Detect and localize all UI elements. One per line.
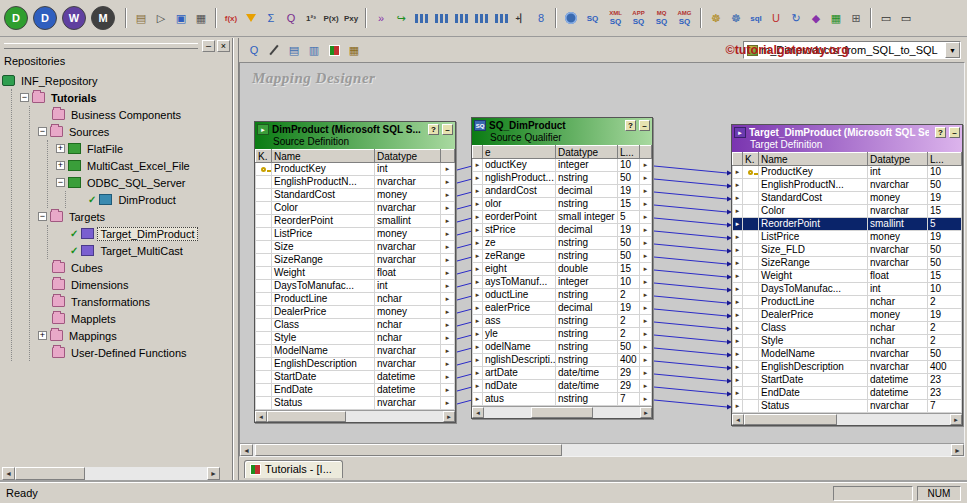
workflow-monitor-icon[interactable]: M xyxy=(91,6,115,30)
port-arrow-icon[interactable]: ► xyxy=(733,296,743,309)
expand-icon[interactable]: + xyxy=(56,161,65,170)
table-titlebar[interactable]: ►Target_DimProduct (Microsoft SQL Ser...… xyxy=(732,125,962,152)
port-row-color[interactable]: Colornvarchar► xyxy=(256,202,455,215)
datatype-cell[interactable]: money xyxy=(375,306,441,319)
key-cell[interactable] xyxy=(743,387,759,400)
repository-manager-icon[interactable]: D xyxy=(33,6,57,30)
port-arrow-icon[interactable]: ► xyxy=(640,367,652,380)
table-help-button[interactable]: ? xyxy=(935,127,946,138)
len-cell[interactable]: 7 xyxy=(928,400,962,413)
name-cell[interactable]: aysToManuf... xyxy=(483,276,556,289)
port-row-ealerprice[interactable]: ►ealerPricedecimal19► xyxy=(473,302,652,315)
scroll-right-icon[interactable]: ► xyxy=(640,407,652,418)
port-row-productkey[interactable]: ►ProductKeyint10 xyxy=(733,166,962,179)
name-cell[interactable]: olor xyxy=(483,198,556,211)
len-cell[interactable]: 2 xyxy=(618,328,640,341)
target-definition-table[interactable]: ►Target_DimProduct (Microsoft SQL Ser...… xyxy=(731,124,963,426)
port-arrow-icon[interactable]: ► xyxy=(441,332,455,345)
name-cell[interactable]: ProductLine xyxy=(272,293,375,306)
datatype-cell[interactable]: nstring xyxy=(556,341,618,354)
name-cell[interactable]: Color xyxy=(272,202,375,215)
key-cell[interactable] xyxy=(256,371,272,384)
name-cell[interactable]: ndDate xyxy=(483,380,556,393)
port-row-eight[interactable]: ►eightdouble15► xyxy=(473,263,652,276)
source-qualifier-table[interactable]: SQSQ_DimProduct?–Source QualifiereDataty… xyxy=(471,117,653,419)
port-arrow-icon[interactable]: ► xyxy=(640,185,652,198)
datatype-cell[interactable]: nstring xyxy=(556,198,618,211)
port-arrow-icon[interactable]: ► xyxy=(640,159,652,172)
port-row-status[interactable]: ►Statusnvarchar7 xyxy=(733,400,962,413)
len-cell[interactable]: 19 xyxy=(618,302,640,315)
scroll-thumb[interactable] xyxy=(267,411,346,422)
port-row-zerange[interactable]: ►zeRangenstring50► xyxy=(473,250,652,263)
key-cell[interactable] xyxy=(743,192,759,205)
port-arrow-icon[interactable]: ► xyxy=(441,306,455,319)
forward-link-icon[interactable]: » xyxy=(372,9,390,28)
column-header[interactable]: e xyxy=(483,146,556,159)
scroll-right-icon[interactable]: ► xyxy=(443,411,455,422)
port-arrow-icon[interactable]: ► xyxy=(441,319,455,332)
key-cell[interactable] xyxy=(256,189,272,202)
port-arrow-icon[interactable]: ► xyxy=(733,322,743,335)
name-cell[interactable]: SizeRange xyxy=(272,254,375,267)
port-arrow-icon[interactable]: ► xyxy=(473,211,483,224)
panel-close-button[interactable]: × xyxy=(217,40,230,52)
len-cell[interactable]: 2 xyxy=(618,315,640,328)
column-header[interactable]: L... xyxy=(618,146,640,159)
port-arrow-icon[interactable]: ► xyxy=(640,211,652,224)
datatype-cell[interactable]: decimal xyxy=(556,185,618,198)
table-titlebar[interactable]: ►DimProduct (Microsoft SQL S...?–Source … xyxy=(255,122,455,149)
iconize-tables-icon[interactable]: ▤ xyxy=(285,41,303,60)
union-transformation-icon[interactable]: U xyxy=(767,9,785,28)
port-arrow-icon[interactable]: ► xyxy=(473,393,483,406)
port-row-daystomanufac[interactable]: DaysToManufac...int► xyxy=(256,280,455,293)
port-arrow-icon[interactable]: ► xyxy=(733,244,743,257)
name-cell[interactable]: EnglishProductN... xyxy=(272,176,375,189)
port-arrow-icon[interactable]: ► xyxy=(441,241,455,254)
port-row-listprice[interactable]: ListPricemoney► xyxy=(256,228,455,241)
len-cell[interactable]: 50 xyxy=(618,250,640,263)
datatype-cell[interactable]: decimal xyxy=(556,302,618,315)
len-cell[interactable]: 50 xyxy=(928,257,962,270)
port-row-style[interactable]: ►Stylenchar2 xyxy=(733,335,962,348)
port-arrow-icon[interactable]: ► xyxy=(640,172,652,185)
datatype-cell[interactable]: nstring xyxy=(556,393,618,406)
port-row-class[interactable]: Classnchar► xyxy=(256,319,455,332)
aggregate-icon[interactable]: Σ xyxy=(262,9,280,28)
len-cell[interactable]: 15 xyxy=(928,270,962,283)
port-row-ze[interactable]: ►zenstring50► xyxy=(473,237,652,250)
combo-dropdown-arrow-icon[interactable]: ▼ xyxy=(945,42,960,58)
port-row-productline[interactable]: ►ProductLinenchar2 xyxy=(733,296,962,309)
key-cell[interactable] xyxy=(743,270,759,283)
collapse-icon[interactable]: − xyxy=(20,93,29,102)
datatype-cell[interactable]: nchar xyxy=(868,335,928,348)
name-cell[interactable]: ProductKey xyxy=(759,166,868,179)
port-row-yle[interactable]: ►ylenstring2► xyxy=(473,328,652,341)
collapse-icon[interactable]: − xyxy=(38,212,47,221)
datatype-cell[interactable]: nvarchar xyxy=(375,241,441,254)
name-cell[interactable]: Status xyxy=(272,397,375,410)
name-cell[interactable]: Status xyxy=(759,400,868,413)
port-arrow-icon[interactable]: ► xyxy=(441,397,455,410)
name-cell[interactable]: Size_FLD xyxy=(759,244,868,257)
port-arrow-icon[interactable]: ► xyxy=(441,267,455,280)
key-cell[interactable] xyxy=(743,257,759,270)
column-header[interactable]: Name xyxy=(272,150,375,163)
port-row-weight[interactable]: ►Weightfloat15 xyxy=(733,270,962,283)
port-row-dealerprice[interactable]: ►DealerPricemoney19 xyxy=(733,309,962,322)
len-cell[interactable]: 19 xyxy=(928,309,962,322)
datatype-cell[interactable]: smallint xyxy=(375,215,441,228)
port-arrow-icon[interactable]: ► xyxy=(473,250,483,263)
external-procedure-icon[interactable]: ☸ xyxy=(727,9,745,28)
port-arrow-icon[interactable]: ► xyxy=(733,374,743,387)
scroll-left-icon[interactable]: ◄ xyxy=(2,467,15,480)
zoom-in-icon[interactable]: Q xyxy=(245,41,263,60)
key-cell[interactable] xyxy=(743,309,759,322)
name-cell[interactable]: Color xyxy=(759,205,868,218)
name-cell[interactable]: DaysToManufac... xyxy=(759,283,868,296)
name-cell[interactable]: ealerPrice xyxy=(483,302,556,315)
port-row-standardcost[interactable]: StandardCostmoney► xyxy=(256,189,455,202)
port-row-atus[interactable]: ►atusnstring7► xyxy=(473,393,652,406)
port-arrow-icon[interactable]: ► xyxy=(640,198,652,211)
workflow-manager-icon[interactable]: W xyxy=(62,6,86,30)
